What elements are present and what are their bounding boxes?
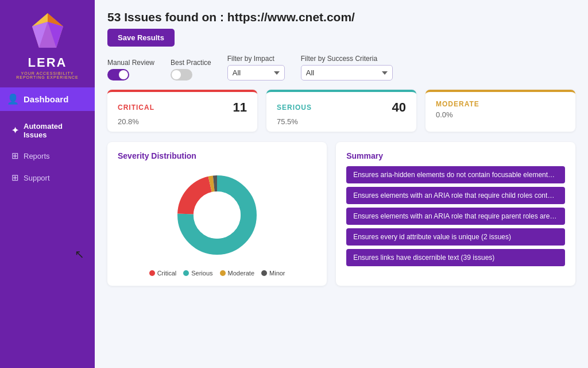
stat-card-moderate: MODERATE 0.0% — [425, 90, 575, 132]
sidebar-item-label: Reports — [24, 152, 50, 160]
legend-dot-moderate — [220, 270, 226, 276]
legend-dot-minor — [261, 270, 267, 276]
page-header: 53 Issues found on : https://www.cnet.co… — [107, 10, 575, 47]
sidebar-menu: ✦ Automated Issues ⊞ Reports ⊞ Support — [0, 116, 95, 189]
stat-header-moderate: MODERATE — [436, 100, 565, 108]
stat-pct-moderate: 0.0% — [436, 110, 565, 119]
legend-moderate: Moderate — [220, 270, 254, 277]
support-icon: ⊞ — [11, 172, 19, 183]
issues-title: 53 Issues found on : https://www.cnet.co… — [107, 10, 575, 24]
sidebar-item-reports[interactable]: ⊞ Reports — [3, 145, 91, 166]
reports-icon: ⊞ — [11, 151, 19, 161]
filter-success-label: Filter by Success Criteria — [301, 55, 393, 63]
donut-svg — [168, 166, 266, 264]
logo-subtitle: YOUR ACCESSIBILITY REPORTING EXPERIENCE — [6, 71, 89, 79]
legend-label-moderate: Moderate — [228, 270, 254, 277]
summary-list: Ensures aria-hidden elements do not cont… — [346, 166, 565, 266]
summary-item-2[interactable]: Ensures elements with an ARIA role that … — [346, 187, 565, 204]
manual-review-toggle[interactable] — [107, 69, 129, 80]
legend-dot-serious — [183, 270, 189, 276]
donut-chart — [168, 166, 266, 264]
summary-card: Summary Ensures aria-hidden elements do … — [336, 142, 575, 286]
stats-row: CRITICAL 11 20.8% SERIOUS 40 75.5% MODER… — [107, 90, 575, 132]
stat-card-critical: CRITICAL 11 20.8% — [107, 90, 257, 132]
stat-pct-critical: 20.8% — [118, 117, 247, 126]
logo-title: LERA — [28, 55, 67, 70]
legend-critical: Critical — [149, 270, 177, 277]
save-results-button[interactable]: Save Results — [107, 29, 175, 47]
stat-header-critical: CRITICAL 11 — [118, 100, 247, 115]
filter-impact-label: Filter by Impact — [227, 55, 285, 63]
logo-gem — [28, 10, 68, 51]
stat-number-serious: 40 — [392, 100, 406, 115]
chart-legend: Critical Serious Moderate Minor — [149, 270, 285, 277]
filter-impact-select[interactable]: All Critical Serious Moderate Minor — [227, 65, 285, 80]
legend-label-critical: Critical — [157, 270, 177, 277]
legend-label-serious: Serious — [191, 270, 212, 277]
automated-issues-icon: ✦ — [11, 125, 19, 136]
sidebar-item-label: Support — [24, 174, 50, 182]
summary-item-5[interactable]: Ensures links have discernible text (39 … — [346, 249, 565, 266]
legend-label-minor: Minor — [269, 270, 285, 277]
stat-number-critical: 11 — [233, 100, 247, 115]
best-practice-toggle[interactable] — [171, 69, 192, 80]
best-practice-filter: Best Practice — [171, 59, 211, 80]
filters-row: Manual Review Best Practice Filter by Im… — [107, 55, 575, 80]
chart-area: Critical Serious Moderate Minor — [118, 166, 316, 277]
sidebar-item-label: Automated Issues — [24, 122, 83, 139]
best-practice-label: Best Practice — [171, 59, 211, 67]
summary-item-4[interactable]: Ensures every id attribute value is uniq… — [346, 228, 565, 246]
manual-review-filter: Manual Review — [107, 59, 154, 80]
main-content: 53 Issues found on : https://www.cnet.co… — [95, 0, 588, 368]
stat-pct-serious: 75.5% — [277, 117, 406, 126]
severity-distribution-card: Severity Distribution — [107, 142, 327, 286]
stat-label-serious: SERIOUS — [277, 103, 312, 112]
summary-item-3[interactable]: Ensures elements with an ARIA role that … — [346, 208, 565, 225]
dashboard-label: Dashboard — [24, 94, 68, 104]
summary-title: Summary — [346, 151, 565, 160]
dashboard-icon: 👤 — [7, 93, 19, 105]
manual-review-label: Manual Review — [107, 59, 154, 67]
stat-label-moderate: MODERATE — [436, 100, 479, 108]
stat-header-serious: SERIOUS 40 — [277, 100, 406, 115]
sidebar: LERA YOUR ACCESSIBILITY REPORTING EXPERI… — [0, 0, 95, 368]
filter-success-select[interactable]: All 1.1.1 1.3.1 2.4.4 4.1.2 — [301, 65, 393, 80]
legend-serious: Serious — [183, 270, 212, 277]
stat-card-serious: SERIOUS 40 75.5% — [266, 90, 416, 132]
filter-impact-group: Filter by Impact All Critical Serious Mo… — [227, 55, 285, 80]
sidebar-item-automated-issues[interactable]: ✦ Automated Issues — [3, 117, 91, 144]
dashboard-nav[interactable]: 👤 Dashboard — [0, 87, 95, 111]
sidebar-item-support[interactable]: ⊞ Support — [3, 167, 91, 188]
summary-item-1[interactable]: Ensures aria-hidden elements do not cont… — [346, 166, 565, 183]
filter-success-group: Filter by Success Criteria All 1.1.1 1.3… — [301, 55, 393, 80]
logo-area: LERA YOUR ACCESSIBILITY REPORTING EXPERI… — [0, 0, 95, 85]
severity-distribution-title: Severity Distribution — [118, 151, 316, 160]
bottom-row: Severity Distribution — [107, 142, 575, 286]
legend-minor: Minor — [261, 270, 285, 277]
donut-hole — [194, 191, 241, 239]
legend-dot-critical — [149, 270, 155, 276]
stat-label-critical: CRITICAL — [118, 103, 154, 112]
